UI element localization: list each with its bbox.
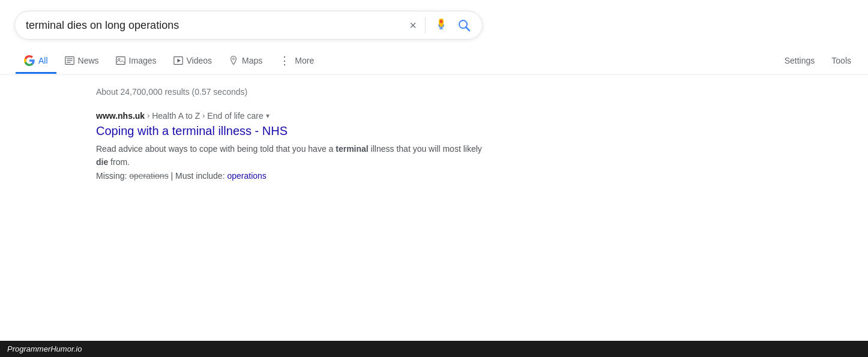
voice-search-icon[interactable]: [434, 18, 448, 32]
tools-button[interactable]: Tools: [823, 50, 860, 73]
svg-rect-8: [116, 57, 124, 65]
maps-icon: [229, 56, 238, 65]
google-g-icon: [24, 55, 35, 66]
url-sep2: ›: [202, 112, 205, 120]
tab-images[interactable]: Images: [107, 50, 165, 73]
missing-strikethrough: operations: [129, 171, 168, 181]
search-nav: All News Images Videos Maps: [0, 42, 868, 75]
search-submit-icon[interactable]: [457, 18, 471, 32]
news-icon: [65, 56, 74, 65]
search-bar: terminal dies on long operations ×: [14, 11, 483, 40]
url-sep1: ›: [147, 112, 149, 120]
snippet-pre: Read advice about ways to cope with bein…: [96, 144, 336, 154]
tab-maps[interactable]: Maps: [220, 50, 271, 73]
nav-right-actions: Settings Tools: [776, 50, 868, 73]
videos-icon: [173, 56, 183, 65]
tab-videos[interactable]: Videos: [165, 50, 221, 73]
svg-line-3: [466, 28, 470, 31]
footer-label: ProgrammerHumor.io: [7, 344, 82, 353]
icon-divider: [425, 17, 426, 34]
clear-search-button[interactable]: ×: [409, 19, 417, 32]
result-snippet: Read advice about ways to cope with bein…: [96, 142, 486, 169]
tab-all-label: All: [38, 56, 48, 65]
snippet-end: from.: [108, 157, 130, 167]
search-query-text: terminal dies on long operations: [26, 19, 409, 32]
missing-label: Missing:: [96, 171, 127, 181]
url-crumb1: Health A to Z: [152, 111, 200, 121]
search-bar-icons: ×: [409, 17, 471, 34]
missing-sep: | Must include:: [171, 171, 225, 181]
svg-point-12: [233, 58, 235, 60]
footer-bar: ProgrammerHumor.io: [0, 341, 868, 357]
result-domain: www.nhs.uk: [96, 111, 145, 121]
search-bar-container: terminal dies on long operations ×: [0, 0, 868, 40]
tab-images-label: Images: [129, 56, 157, 65]
url-dropdown-icon[interactable]: ▾: [266, 112, 270, 120]
tab-news-label: News: [78, 56, 99, 65]
tab-more[interactable]: ⋮ More: [271, 48, 322, 75]
results-area: About 24,700,000 results (0.57 seconds) …: [0, 75, 868, 181]
tab-news[interactable]: News: [56, 50, 107, 73]
missing-line: Missing: operations | Must include: oper…: [96, 171, 486, 181]
url-crumb2: End of life care: [207, 111, 263, 121]
snippet-bold2: die: [96, 157, 108, 167]
tab-maps-label: Maps: [242, 56, 262, 65]
more-dots-icon: ⋮: [279, 54, 291, 67]
result-item: www.nhs.uk › Health A to Z › End of life…: [96, 111, 486, 181]
missing-must-include-link[interactable]: operations: [227, 171, 266, 181]
tab-videos-label: Videos: [187, 56, 212, 65]
tab-more-label: More: [295, 56, 314, 65]
result-url-line: www.nhs.uk › Health A to Z › End of life…: [96, 111, 486, 121]
snippet-bold1: terminal: [336, 144, 368, 154]
images-icon: [116, 56, 125, 65]
snippet-mid: illness that you will most likely: [369, 144, 482, 154]
result-title-link[interactable]: Coping with a terminal illness - NHS: [96, 123, 486, 139]
svg-marker-11: [177, 59, 181, 62]
tab-all[interactable]: All: [16, 49, 56, 74]
settings-button[interactable]: Settings: [776, 50, 824, 73]
results-stats: About 24,700,000 results (0.57 seconds): [96, 87, 868, 97]
